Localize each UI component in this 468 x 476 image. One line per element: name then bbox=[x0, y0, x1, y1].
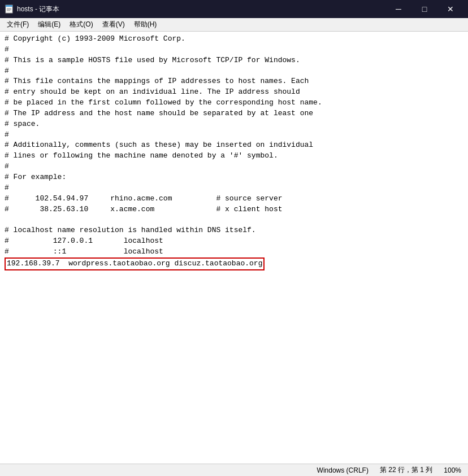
highlighted-entry: 192.168.39.7 wordpress.taotaobao.org dis… bbox=[5, 257, 265, 270]
status-encoding: Windows (CRLF) bbox=[317, 466, 369, 474]
menu-view[interactable]: 查看(V) bbox=[98, 19, 129, 30]
maximize-button[interactable]: □ bbox=[411, 0, 437, 18]
menu-file[interactable]: 文件(F) bbox=[2, 19, 33, 30]
status-zoom: 100% bbox=[444, 466, 461, 474]
menu-format[interactable]: 格式(O) bbox=[65, 19, 97, 30]
title-bar: hosts - 记事本 ─ □ ✕ bbox=[0, 0, 468, 18]
status-bar: Windows (CRLF) 第 22 行，第 1 列 100% bbox=[0, 464, 468, 476]
status-position: 第 22 行，第 1 列 bbox=[380, 465, 432, 475]
close-button[interactable]: ✕ bbox=[437, 0, 463, 18]
window-title: hosts - 记事本 bbox=[17, 5, 385, 14]
svg-rect-1 bbox=[6, 5, 12, 7]
menu-edit[interactable]: 编辑(E) bbox=[33, 19, 65, 30]
minimize-button[interactable]: ─ bbox=[385, 0, 411, 18]
menu-bar: 文件(F) 编辑(E) 格式(O) 查看(V) 帮助(H) bbox=[0, 18, 468, 32]
window-controls: ─ □ ✕ bbox=[385, 0, 463, 18]
app-icon bbox=[5, 5, 14, 14]
editor-area[interactable]: # Copyright (c) 1993-2009 Microsoft Corp… bbox=[0, 32, 468, 464]
menu-help[interactable]: 帮助(H) bbox=[129, 19, 162, 30]
editor-content: # Copyright (c) 1993-2009 Microsoft Corp… bbox=[0, 32, 468, 464]
